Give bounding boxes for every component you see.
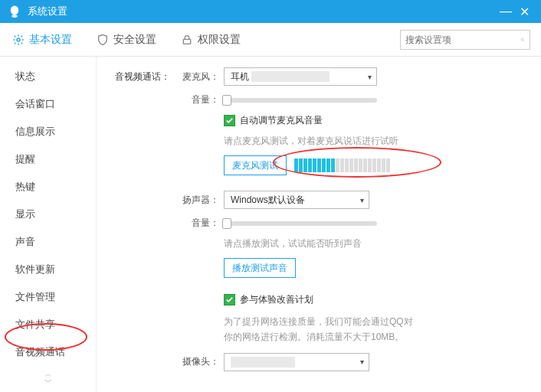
tab-privacy-label: 权限设置 bbox=[198, 33, 241, 47]
speaker-hint: 请点播放测试，试试能否听到声音 bbox=[173, 237, 518, 250]
sidebar-item-chat-window[interactable]: 会话窗口 bbox=[0, 90, 96, 118]
svg-point-1 bbox=[11, 15, 18, 18]
vu-bar bbox=[299, 158, 303, 172]
speaker-volume-label: 音量： bbox=[173, 217, 224, 230]
vu-bar bbox=[354, 158, 358, 172]
vu-bar bbox=[377, 158, 381, 172]
feedback-checkbox[interactable] bbox=[224, 294, 235, 305]
mic-volume-slider[interactable] bbox=[224, 98, 377, 103]
gear-icon bbox=[12, 34, 25, 46]
vu-bar bbox=[317, 158, 321, 172]
vu-bar bbox=[372, 158, 376, 172]
chevron-down-icon: ▾ bbox=[368, 73, 372, 81]
svg-point-0 bbox=[11, 6, 19, 15]
sidebar-item-sound[interactable]: 声音 bbox=[0, 228, 96, 256]
feedback-label: 参与体验改善计划 bbox=[240, 293, 313, 306]
svg-point-4 bbox=[521, 38, 523, 41]
vu-bar bbox=[340, 158, 344, 172]
vu-bar bbox=[303, 158, 307, 172]
svg-point-2 bbox=[17, 38, 20, 41]
svg-rect-3 bbox=[183, 39, 190, 44]
search-box[interactable] bbox=[400, 30, 530, 50]
settings-main: 音视频通话： 麦克风： 耳机 xxxxxxxxxxxxxxxxx ▾ 音量： 自… bbox=[97, 57, 541, 392]
mic-label: 麦克风： bbox=[173, 70, 224, 83]
vu-bar bbox=[326, 158, 330, 172]
vu-bar bbox=[294, 158, 298, 172]
mic-test-button[interactable]: 麦克风测试 bbox=[224, 155, 287, 175]
window-title: 系统设置 bbox=[28, 5, 497, 18]
mic-hint: 请点麦克风测试，对着麦克风说话进行试听 bbox=[173, 135, 518, 148]
qq-logo-icon bbox=[8, 5, 21, 18]
shield-icon bbox=[97, 34, 109, 46]
vu-bar bbox=[313, 158, 316, 172]
chevron-down-icon: ▾ bbox=[360, 196, 364, 204]
tab-security[interactable]: 安全设置 bbox=[95, 25, 158, 54]
vu-bar bbox=[363, 158, 367, 172]
sidebar-item-file-share[interactable]: 文件共享 bbox=[0, 311, 96, 338]
mic-vu-meter bbox=[294, 157, 390, 174]
chevron-down-icon: ▾ bbox=[360, 358, 364, 366]
vu-bar bbox=[368, 158, 372, 172]
settings-sidebar: 状态 会话窗口 信息展示 提醒 热键 显示 声音 软件更新 文件管理 文件共享 … bbox=[0, 57, 97, 392]
search-input[interactable] bbox=[405, 34, 520, 45]
vu-bar bbox=[386, 158, 390, 172]
auto-mic-checkbox[interactable] bbox=[224, 115, 235, 126]
sidebar-scroll-arrows[interactable]: ︿﹀ bbox=[0, 371, 96, 386]
sidebar-item-av-call[interactable]: 音视频通话 bbox=[0, 338, 96, 366]
vu-bar bbox=[345, 158, 349, 172]
camera-select-value: xxxxxxxxxxxxxx bbox=[231, 357, 295, 368]
vu-bar bbox=[359, 158, 362, 172]
minimize-button[interactable]: — bbox=[497, 2, 515, 21]
tab-basic-label: 基本设置 bbox=[29, 33, 72, 47]
sidebar-item-status[interactable]: 状态 bbox=[0, 63, 96, 90]
sidebar-item-reminders[interactable]: 提醒 bbox=[0, 145, 96, 173]
tab-security-label: 安全设置 bbox=[113, 33, 156, 47]
search-icon bbox=[520, 34, 525, 45]
auto-mic-label: 自动调节麦克风音量 bbox=[240, 114, 323, 127]
titlebar: 系统设置 — ✕ bbox=[0, 0, 541, 23]
speaker-select-value: Windows默认设备 bbox=[231, 194, 305, 207]
sidebar-item-info-display[interactable]: 信息展示 bbox=[0, 118, 96, 145]
mic-volume-label: 音量： bbox=[173, 93, 224, 106]
vu-bar bbox=[336, 158, 339, 172]
speaker-test-button[interactable]: 播放测试声音 bbox=[224, 258, 296, 278]
mic-select-value: 耳机 xxxxxxxxxxxxxxxxx bbox=[231, 70, 330, 83]
feedback-hint: 为了提升网络连接质量，我们可能会通过QQ对你的网络进行检测。消耗流量不大于10M… bbox=[173, 314, 418, 345]
section-label: 音视频通话： bbox=[104, 70, 173, 83]
speaker-select[interactable]: Windows默认设备 ▾ bbox=[224, 191, 369, 209]
sidebar-item-file-mgmt[interactable]: 文件管理 bbox=[0, 283, 96, 311]
vu-bar bbox=[382, 158, 385, 172]
tab-privacy[interactable]: 权限设置 bbox=[179, 25, 242, 54]
sidebar-item-display[interactable]: 显示 bbox=[0, 201, 96, 228]
speaker-label: 扬声器： bbox=[173, 194, 224, 207]
vu-bar bbox=[349, 158, 353, 172]
close-button[interactable]: ✕ bbox=[515, 2, 533, 21]
camera-select[interactable]: xxxxxxxxxxxxxx ▾ bbox=[224, 353, 369, 371]
mic-select[interactable]: 耳机 xxxxxxxxxxxxxxxxx ▾ bbox=[224, 67, 377, 86]
lock-icon bbox=[181, 34, 193, 46]
camera-label: 摄像头： bbox=[173, 355, 224, 368]
vu-bar bbox=[308, 158, 312, 172]
tab-basic[interactable]: 基本设置 bbox=[11, 25, 74, 54]
sidebar-item-updates[interactable]: 软件更新 bbox=[0, 256, 96, 283]
vu-bar bbox=[322, 158, 326, 172]
tabbar: 基本设置 安全设置 权限设置 bbox=[0, 23, 541, 57]
vu-bar bbox=[331, 158, 335, 172]
speaker-volume-slider[interactable] bbox=[224, 221, 377, 226]
sidebar-item-hotkeys[interactable]: 热键 bbox=[0, 173, 96, 201]
